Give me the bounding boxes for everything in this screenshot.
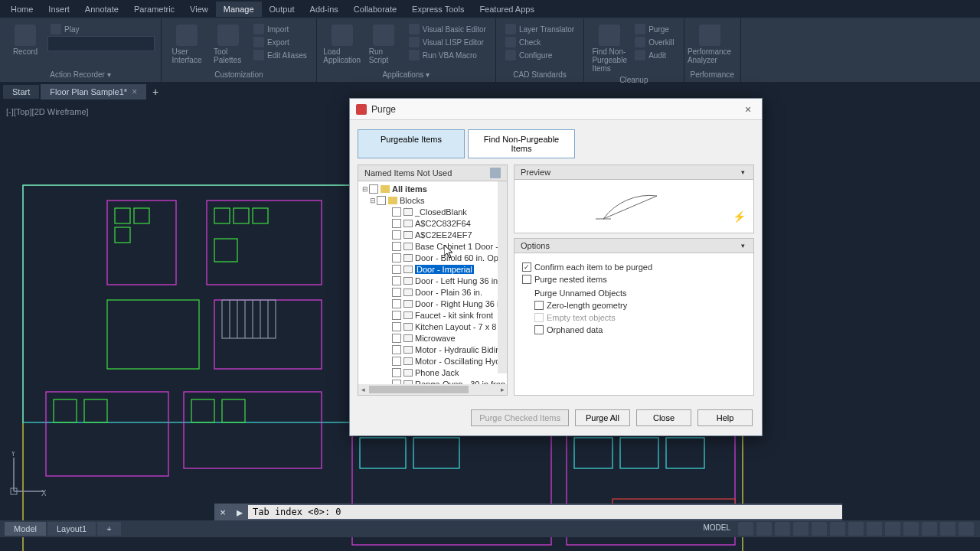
tree-item[interactable]: Door - Imperial bbox=[358, 263, 507, 275]
overkill-button[interactable]: Overkill bbox=[632, 36, 677, 48]
purge-checked-button[interactable]: Purge Checked Items bbox=[471, 409, 569, 426]
configure-button[interactable]: Configure bbox=[502, 49, 577, 61]
palettes-button[interactable]: Tool Palettes bbox=[209, 23, 247, 66]
tree-scrollbar-h[interactable]: ◂▸ bbox=[358, 384, 507, 395]
tree-item[interactable]: Motor - Hydraulic Bidire bbox=[358, 344, 507, 355]
tree-checkbox[interactable] bbox=[392, 230, 401, 240]
viewport-label[interactable]: [-][Top][2D Wireframe] bbox=[6, 107, 89, 116]
ui-button[interactable]: User Interface bbox=[168, 23, 206, 66]
ribbon-tab-home[interactable]: Home bbox=[3, 2, 41, 17]
tree-checkbox[interactable] bbox=[392, 357, 401, 366]
status-snap-icon[interactable] bbox=[756, 522, 772, 536]
dialog-close-button[interactable]: × bbox=[740, 103, 756, 116]
ribbon-tab-view[interactable]: View bbox=[182, 2, 216, 17]
tree-item[interactable]: Door - Left Hung 36 in. bbox=[358, 275, 507, 286]
add-tab-button[interactable]: + bbox=[148, 84, 163, 99]
ribbon-tab-addins[interactable]: Add-ins bbox=[302, 2, 346, 17]
status-lwt-icon[interactable] bbox=[830, 522, 845, 536]
tree-checkbox[interactable] bbox=[392, 345, 401, 354]
tree-item[interactable]: Faucet - kit sink front bbox=[358, 309, 507, 321]
tree-item[interactable]: Motor - Oscillating Hydr bbox=[358, 355, 507, 367]
tree-checkbox[interactable] bbox=[392, 368, 401, 377]
collapse-icon[interactable]: ⊟ bbox=[369, 197, 377, 204]
status-gear-icon[interactable] bbox=[922, 522, 937, 536]
status-polar-icon[interactable] bbox=[793, 522, 808, 536]
status-customize-icon[interactable] bbox=[959, 522, 974, 536]
purge-all-button[interactable]: Purge All bbox=[575, 409, 630, 426]
ribbon-tab-insert[interactable]: Insert bbox=[41, 2, 77, 17]
tree-item[interactable]: A$C2EE24EF7 bbox=[358, 229, 507, 240]
load-app-button[interactable]: Load Application bbox=[323, 23, 361, 66]
tree-item[interactable]: Kitchen Layout - 7 x 8 ft bbox=[358, 321, 507, 332]
vbe-button[interactable]: Visual Basic Editor bbox=[406, 23, 489, 35]
tree-checkbox[interactable] bbox=[392, 311, 401, 320]
perf-analyzer-button[interactable]: Performance Analyzer bbox=[691, 23, 729, 66]
confirm-checkbox[interactable] bbox=[522, 262, 531, 272]
help-button[interactable]: Help bbox=[697, 409, 753, 426]
close-icon[interactable]: × bbox=[132, 86, 137, 97]
check-button[interactable]: Check bbox=[502, 36, 577, 48]
collapse-icon[interactable]: ⊟ bbox=[361, 185, 369, 193]
dialog-titlebar[interactable]: Purge × bbox=[350, 99, 762, 120]
status-osnap-icon[interactable] bbox=[812, 522, 827, 536]
orphaned-checkbox[interactable] bbox=[534, 325, 544, 334]
tree-item[interactable]: Microwave bbox=[358, 332, 507, 344]
purge-button[interactable]: Purge bbox=[632, 23, 677, 35]
ribbon-tab-annotate[interactable]: Annotate bbox=[77, 2, 126, 17]
empty-checkbox[interactable] bbox=[534, 313, 544, 322]
lisp-button[interactable]: Visual LISP Editor bbox=[406, 36, 489, 48]
tree-item[interactable]: Door - Bifold 60 in. Ope bbox=[358, 252, 507, 263]
tree-checkbox[interactable] bbox=[392, 276, 401, 285]
options-dropdown-icon[interactable]: ▾ bbox=[738, 242, 747, 249]
run-script-button[interactable]: Run Script bbox=[364, 23, 403, 66]
tree-item[interactable]: Door - Plain 36 in. bbox=[358, 286, 507, 298]
status-annotation-icon[interactable] bbox=[885, 522, 900, 536]
tree-settings-icon[interactable] bbox=[490, 168, 501, 178]
layout1-tab[interactable]: Layout1 bbox=[47, 522, 96, 536]
tree-checkbox[interactable] bbox=[392, 265, 401, 274]
zero-checkbox[interactable] bbox=[534, 301, 544, 310]
ribbon-tab-parametric[interactable]: Parametric bbox=[126, 2, 182, 17]
tree-scrollbar-v[interactable] bbox=[498, 181, 507, 373]
ribbon-tab-express[interactable]: Express Tools bbox=[404, 2, 472, 17]
command-input[interactable] bbox=[248, 505, 842, 519]
tree-item[interactable]: Door - Right Hung 36 in bbox=[358, 298, 507, 309]
tree-checkbox[interactable] bbox=[377, 196, 386, 205]
ribbon-tab-output[interactable]: Output bbox=[262, 2, 302, 17]
tree-checkbox[interactable] bbox=[392, 299, 401, 308]
tree-item[interactable]: Range-Oven - 30 in fron bbox=[358, 378, 507, 384]
ribbon-tab-collaborate[interactable]: Collaborate bbox=[346, 2, 404, 17]
tree-item[interactable]: _ClosedBlank bbox=[358, 206, 507, 217]
ribbon-tab-manage[interactable]: Manage bbox=[216, 2, 262, 17]
translator-button[interactable]: Layer Translator bbox=[502, 23, 577, 35]
tree-checkbox[interactable] bbox=[392, 253, 401, 262]
status-cycling-icon[interactable] bbox=[867, 522, 882, 536]
tree-checkbox[interactable] bbox=[392, 380, 401, 385]
status-grid-icon[interactable] bbox=[738, 522, 753, 536]
ribbon-tab-featured[interactable]: Featured Apps bbox=[472, 2, 542, 17]
model-tab[interactable]: Model bbox=[5, 522, 46, 536]
status-clean-icon[interactable] bbox=[940, 522, 956, 536]
export-button[interactable]: Export bbox=[250, 36, 310, 48]
doc-tab-start[interactable]: Start bbox=[3, 85, 39, 99]
close-button[interactable]: Close bbox=[636, 409, 691, 426]
status-transparency-icon[interactable] bbox=[848, 522, 864, 536]
status-workspace-icon[interactable] bbox=[903, 522, 919, 536]
tree-item[interactable]: Phone Jack bbox=[358, 367, 507, 378]
model-status[interactable]: MODEL bbox=[698, 522, 735, 536]
aliases-button[interactable]: Edit Aliases bbox=[250, 49, 310, 61]
audit-button[interactable]: Audit bbox=[632, 49, 677, 61]
tree-checkbox[interactable] bbox=[392, 288, 401, 297]
tree-checkbox[interactable] bbox=[369, 184, 378, 194]
tree-checkbox[interactable] bbox=[392, 334, 401, 343]
tree-checkbox[interactable] bbox=[392, 242, 401, 251]
tree-checkbox[interactable] bbox=[392, 219, 401, 228]
preview-dropdown-icon[interactable]: ▾ bbox=[738, 168, 747, 176]
vba-button[interactable]: Run VBA Macro bbox=[406, 49, 489, 61]
doc-tab-file[interactable]: Floor Plan Sample1*× bbox=[41, 84, 146, 99]
items-tree[interactable]: ⊟All items ⊟Blocks _ClosedBlankA$C2C832F… bbox=[358, 181, 507, 384]
play-button[interactable]: Play bbox=[47, 23, 155, 35]
tree-checkbox[interactable] bbox=[392, 207, 401, 217]
tree-checkbox[interactable] bbox=[392, 322, 401, 331]
purgeable-items-tab[interactable]: Purgeable Items bbox=[358, 129, 465, 158]
